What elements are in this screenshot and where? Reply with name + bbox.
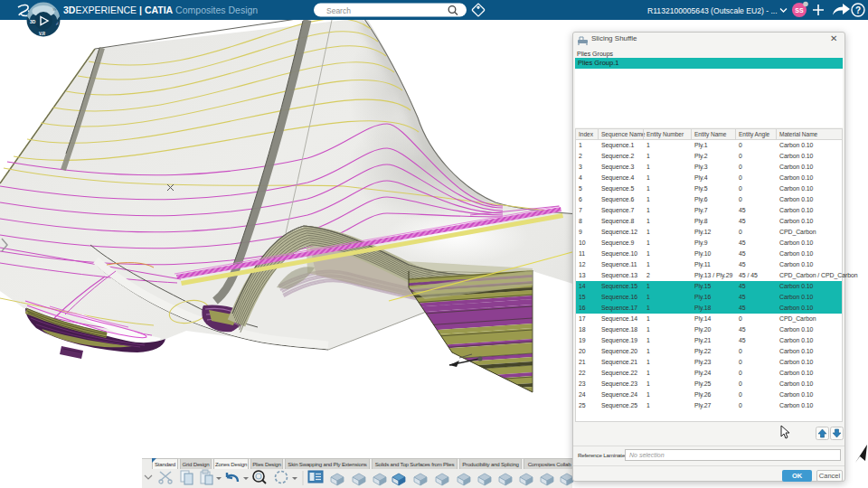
svg-text:3DEXPERIENCE | CATIA Composite: 3DEXPERIENCE | CATIA Composites Design (63, 5, 258, 15)
svg-text:V.R: V.R (39, 32, 46, 36)
svg-text:Yr: Yr (52, 7, 57, 12)
svg-text:R1132100005643 (Outscale EU2): R1132100005643 (Outscale EU2) - ... (647, 6, 778, 15)
svg-text:SS: SS (795, 7, 804, 14)
svg-text:Search: Search (326, 6, 351, 15)
svg-text:?: ? (855, 5, 861, 15)
svg-text:3D: 3D (30, 19, 36, 24)
